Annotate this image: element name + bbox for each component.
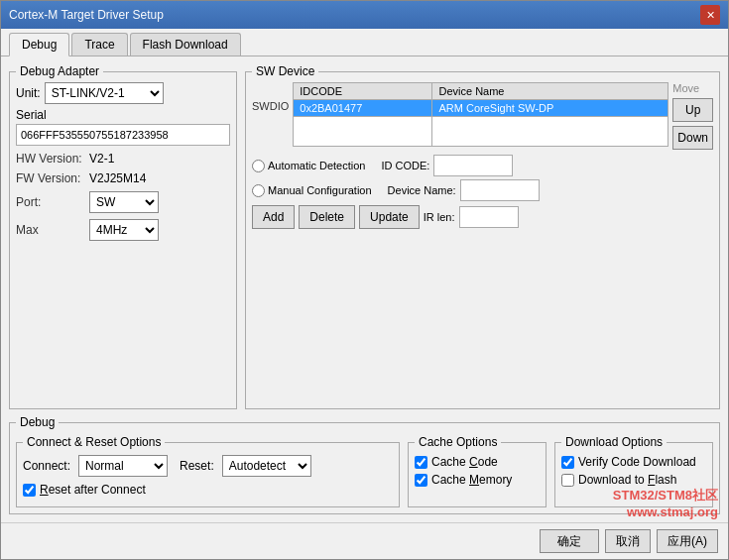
serial-input[interactable]: [16, 124, 230, 146]
serial-label: Serial: [16, 108, 230, 122]
id-code-label: ID CODE:: [381, 160, 429, 171]
delete-button[interactable]: Delete: [299, 205, 355, 229]
manual-config-row: Manual Configuration Device Name:: [252, 179, 713, 201]
id-code-row: ID CODE:: [381, 155, 513, 176]
sw-device-group: SW Device SWDIO IDCODE Device Name: [245, 64, 720, 409]
debug-adapter-group: Debug Adapter Unit: ST-LINK/V2-1 Serial …: [9, 64, 237, 409]
device-name-input[interactable]: [460, 179, 540, 201]
detection-row: Automatic Detection ID CODE:: [252, 155, 713, 176]
ir-len-label: IR len:: [424, 211, 455, 223]
download-flash-label: Download to Flash: [578, 473, 676, 487]
move-label: Move: [672, 82, 713, 94]
title-bar: Cortex-M Target Driver Setup ✕: [1, 1, 728, 29]
max-select[interactable]: 4MHz: [89, 219, 159, 241]
auto-detection-input[interactable]: [252, 160, 265, 172]
reset-select[interactable]: Autodetect: [222, 455, 311, 477]
sw-table-area: SWDIO IDCODE Device Name: [252, 82, 713, 151]
tab-debug[interactable]: Debug: [9, 33, 69, 56]
table-area: SWDIO IDCODE Device Name: [252, 82, 668, 151]
unit-label: Unit:: [16, 86, 41, 100]
cache-options-group: Cache Options Cache Code Cache Memory: [408, 435, 547, 507]
connect-select[interactable]: Normal: [78, 455, 168, 477]
connect-label: Connect:: [23, 459, 70, 473]
table-header-row: IDCODE Device Name: [294, 83, 668, 100]
connect-reset-group: Connect & Reset Options Connect: Normal …: [16, 435, 400, 507]
col-idcode: IDCODE: [294, 83, 432, 100]
port-select[interactable]: SW: [89, 191, 159, 213]
reset-after-connect-checkbox[interactable]: [23, 484, 36, 497]
update-button[interactable]: Update: [359, 205, 420, 229]
ir-len-row: IR len:: [424, 206, 519, 228]
port-row: Port: SW: [16, 191, 230, 213]
reset-after-connect-label: Reset after Connect: [40, 483, 146, 497]
device-table: IDCODE Device Name 0x2BA01477 ARM CoreSi…: [293, 82, 668, 147]
verify-code-label: Verify Code Download: [578, 455, 696, 469]
debug-section-legend: Debug: [16, 415, 59, 429]
fw-version-label: FW Version:: [16, 171, 85, 185]
cache-code-label: Cache Code: [431, 455, 498, 469]
add-button[interactable]: Add: [252, 205, 295, 229]
verify-code-row[interactable]: Verify Code Download: [561, 455, 706, 469]
auto-detection-label: Automatic Detection: [268, 160, 365, 171]
cancel-button[interactable]: 取消: [605, 529, 651, 553]
download-options-legend: Download Options: [561, 435, 667, 449]
download-flash-checkbox[interactable]: [561, 474, 574, 487]
table-container: IDCODE Device Name 0x2BA01477 ARM CoreSi…: [293, 82, 668, 151]
down-button[interactable]: Down: [672, 126, 713, 150]
table-row-empty: [294, 117, 668, 147]
hw-version-row: HW Version: V2-1: [16, 152, 230, 166]
debug-adapter-legend: Debug Adapter: [16, 64, 103, 78]
window-title: Cortex-M Target Driver Setup: [9, 8, 164, 22]
debug-inner: Connect & Reset Options Connect: Normal …: [16, 435, 713, 507]
tab-flash-download[interactable]: Flash Download: [130, 33, 241, 56]
download-options-group: Download Options Verify Code Download Do…: [554, 435, 713, 507]
cell-device-name: ARM CoreSight SW-DP: [432, 100, 668, 117]
main-window: Cortex-M Target Driver Setup ✕ Debug Tra…: [0, 0, 729, 560]
footer: STM32/STM8社区 www.stmaj.org 确定 取消 应用(A): [1, 522, 728, 559]
manual-config-radio[interactable]: Manual Configuration: [252, 184, 372, 197]
main-content: Debug Adapter Unit: ST-LINK/V2-1 Serial …: [1, 56, 728, 522]
action-buttons: Add Delete Update IR len:: [252, 205, 713, 229]
connect-reset-legend: Connect & Reset Options: [23, 435, 165, 449]
max-row: Max 4MHz: [16, 219, 230, 241]
debug-section-group: Debug Connect & Reset Options Connect: N…: [9, 415, 720, 514]
cache-code-row[interactable]: Cache Code: [415, 455, 540, 469]
sw-device-legend: SW Device: [252, 64, 318, 78]
port-label: Port:: [16, 195, 85, 209]
ok-button[interactable]: 确定: [540, 529, 599, 553]
manual-config-input[interactable]: [252, 184, 265, 197]
cache-options-legend: Cache Options: [415, 435, 501, 449]
connect-row: Connect: Normal Reset: Autodetect: [23, 455, 393, 477]
verify-code-checkbox[interactable]: [561, 456, 574, 469]
col-device-name: Device Name: [432, 83, 668, 100]
device-name-row: Device Name:: [388, 179, 540, 201]
download-flash-row[interactable]: Download to Flash: [561, 473, 706, 487]
hw-version-label: HW Version:: [16, 152, 85, 166]
cache-memory-checkbox[interactable]: [415, 474, 427, 487]
auto-detection-radio[interactable]: Automatic Detection: [252, 160, 365, 172]
table-row[interactable]: 0x2BA01477 ARM CoreSight SW-DP: [294, 100, 668, 117]
manual-config-label: Manual Configuration: [268, 184, 372, 196]
device-name-label: Device Name:: [388, 184, 456, 196]
reset-label: Reset:: [180, 459, 214, 473]
ir-len-input[interactable]: [459, 206, 519, 228]
swdio-label: SWDIO: [252, 82, 289, 112]
apply-button[interactable]: 应用(A): [657, 529, 718, 553]
unit-select[interactable]: ST-LINK/V2-1: [45, 82, 164, 104]
up-button[interactable]: Up: [672, 98, 713, 122]
cache-memory-label: Cache Memory: [431, 473, 512, 487]
unit-row: Unit: ST-LINK/V2-1: [16, 82, 230, 104]
tab-bar: Debug Trace Flash Download: [1, 29, 728, 56]
max-label: Max: [16, 223, 85, 237]
sw-table-wrapper: SWDIO IDCODE Device Name: [252, 82, 668, 151]
cache-code-checkbox[interactable]: [415, 456, 427, 469]
move-buttons: Move Up Down: [672, 82, 713, 150]
tab-trace[interactable]: Trace: [71, 33, 127, 56]
hw-version-value: V2-1: [89, 152, 114, 166]
close-button[interactable]: ✕: [700, 5, 720, 25]
cell-idcode: 0x2BA01477: [294, 100, 432, 117]
cache-memory-row[interactable]: Cache Memory: [415, 473, 540, 487]
fw-version-row: FW Version: V2J25M14: [16, 171, 230, 185]
reset-after-connect-row[interactable]: Reset after Connect: [23, 483, 393, 497]
id-code-input[interactable]: [433, 155, 513, 176]
